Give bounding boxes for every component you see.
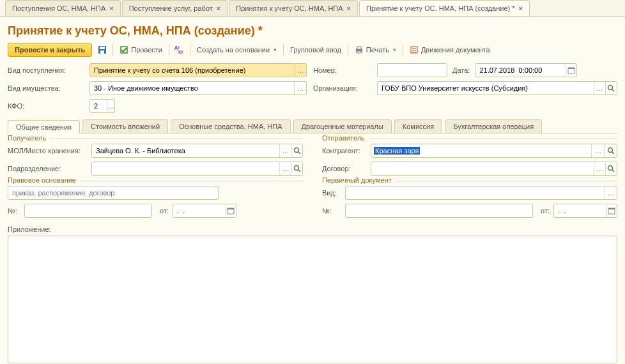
dog-field[interactable]: … xyxy=(371,162,617,176)
data-input[interactable] xyxy=(475,65,565,75)
legal-basis-field[interactable] xyxy=(8,186,219,200)
close-icon[interactable]: × xyxy=(109,4,113,12)
app-tab-1[interactable]: Поступление услуг, работ × xyxy=(122,0,228,16)
close-icon[interactable]: × xyxy=(217,4,220,12)
search-icon[interactable] xyxy=(291,144,302,157)
legal-basis-fieldset: Правовое основание №: от: xyxy=(8,181,303,218)
svg-point-23 xyxy=(608,148,612,153)
create-based-dropdown[interactable]: Создать на основании xyxy=(194,45,279,55)
lb-ot-input[interactable] xyxy=(173,206,226,216)
pd-vid-field[interactable]: … xyxy=(345,186,617,200)
vid-post-field[interactable]: … xyxy=(89,63,307,77)
movements-button[interactable]: Движения документа xyxy=(407,44,493,56)
calendar-icon[interactable] xyxy=(226,204,236,217)
kfo-label: КФО: xyxy=(8,102,83,110)
lb-num-field[interactable] xyxy=(24,204,152,218)
vid-post-input[interactable] xyxy=(90,65,294,75)
pd-ot-input[interactable] xyxy=(554,206,606,216)
lb-ot-field[interactable] xyxy=(173,204,236,218)
svg-text:Кт: Кт xyxy=(178,50,183,54)
svg-rect-10 xyxy=(412,48,416,49)
post-label: Провести xyxy=(131,46,162,54)
app-tab-label: Поступление услуг, работ xyxy=(129,4,213,12)
print-dropdown[interactable]: Печать xyxy=(352,44,399,56)
ka-field[interactable]: Красная заря … xyxy=(371,144,617,158)
ka-input[interactable] xyxy=(420,146,591,156)
group-input-button[interactable]: Групповой ввод xyxy=(288,45,344,55)
sub-tab-cost[interactable]: Стоимость вложений xyxy=(82,119,168,133)
ellipsis-icon[interactable]: … xyxy=(594,162,605,175)
svg-point-17 xyxy=(294,148,298,153)
sub-tab-commission[interactable]: Комиссия xyxy=(394,119,442,133)
vid-imush-field[interactable]: … xyxy=(89,81,307,95)
ellipsis-icon[interactable]: … xyxy=(107,100,114,112)
dog-input[interactable] xyxy=(371,163,594,174)
recipient-legend: Получатель xyxy=(8,134,50,142)
dt-kt-icon[interactable]: ДтКт xyxy=(173,43,186,56)
pd-num-label: №: xyxy=(322,207,341,215)
ellipsis-icon[interactable]: … xyxy=(605,186,617,199)
ellipsis-icon[interactable]: … xyxy=(594,82,605,95)
pd-ot-field[interactable] xyxy=(553,204,617,218)
vid-post-label: Вид поступления: xyxy=(8,66,83,74)
app-tab-3[interactable]: Принятие к учету ОС, НМА, НПА (создание)… xyxy=(359,0,530,16)
vid-imush-input[interactable] xyxy=(90,83,294,93)
calendar-icon[interactable] xyxy=(606,204,617,217)
primary-doc-fieldset: Первичный документ Вид: … №: от: xyxy=(322,181,617,218)
search-icon[interactable] xyxy=(604,144,617,157)
pd-num-field[interactable] xyxy=(345,204,533,218)
sub-tab-precious[interactable]: Драгоценные материалы xyxy=(293,119,392,133)
attachment-textarea[interactable] xyxy=(8,236,617,363)
nomer-field[interactable] xyxy=(377,63,447,77)
separator xyxy=(169,44,169,56)
save-icon[interactable] xyxy=(96,43,109,56)
kfo-input[interactable] xyxy=(90,101,107,111)
ellipsis-icon[interactable]: … xyxy=(591,144,604,157)
separator xyxy=(403,44,403,56)
ellipsis-icon[interactable]: … xyxy=(279,144,291,157)
ellipsis-icon[interactable]: … xyxy=(294,82,306,95)
attachment-label: Приложение: xyxy=(8,225,617,233)
sender-fieldset: Отправитель Контрагент: Красная заря … Д… xyxy=(322,139,617,176)
svg-line-26 xyxy=(612,170,614,172)
app-tab-2[interactable]: Принятия к учету ОС, НМА, НПА × xyxy=(229,0,358,16)
org-input[interactable] xyxy=(378,83,594,93)
legal-basis-input[interactable] xyxy=(8,188,218,198)
search-icon[interactable] xyxy=(605,162,617,175)
toolbar: Провести и закрыть Провести ДтКт Создать… xyxy=(8,43,617,57)
post-button[interactable]: Провести xyxy=(117,44,165,56)
primary-doc-legend: Первичный документ xyxy=(322,176,396,184)
kfo-field[interactable]: … xyxy=(89,99,115,113)
mol-field[interactable]: … xyxy=(91,144,303,158)
sub-tab-general[interactable]: Общие сведения xyxy=(8,120,80,133)
app-tab-0[interactable]: Поступления ОС, НМА, НПА × xyxy=(5,0,121,16)
separator xyxy=(112,44,113,56)
close-icon[interactable]: × xyxy=(519,4,523,12)
search-icon[interactable] xyxy=(291,162,302,175)
podr-field[interactable]: … xyxy=(91,162,303,176)
sub-tab-accounting[interactable]: Бухгалтерская операция xyxy=(445,119,542,133)
pd-vid-input[interactable] xyxy=(346,188,605,198)
svg-point-15 xyxy=(608,86,613,90)
post-and-close-button[interactable]: Провести и закрыть xyxy=(8,43,92,57)
nomer-input[interactable] xyxy=(378,65,447,75)
calendar-icon[interactable] xyxy=(566,64,577,77)
legal-basis-legend: Правовое основание xyxy=(8,176,80,184)
ka-label: Контрагент: xyxy=(322,147,367,155)
ka-value: Красная заря xyxy=(374,147,420,155)
mol-input[interactable] xyxy=(92,146,279,156)
svg-line-16 xyxy=(612,89,614,91)
lb-num-label: №: xyxy=(8,207,20,215)
sub-tab-assets[interactable]: Основные средства, НМА, НПА xyxy=(171,119,290,133)
podr-input[interactable] xyxy=(92,163,279,174)
ellipsis-icon[interactable]: … xyxy=(279,162,291,175)
lb-num-input[interactable] xyxy=(25,206,151,216)
sub-tabs: Общие сведения Стоимость вложений Основн… xyxy=(8,119,617,133)
ellipsis-icon[interactable]: … xyxy=(294,64,306,77)
svg-rect-22 xyxy=(228,208,234,209)
pd-num-input[interactable] xyxy=(346,206,532,216)
data-field[interactable] xyxy=(475,63,577,77)
org-field[interactable]: … xyxy=(377,81,617,95)
search-icon[interactable] xyxy=(605,82,617,95)
close-icon[interactable]: × xyxy=(347,4,351,12)
